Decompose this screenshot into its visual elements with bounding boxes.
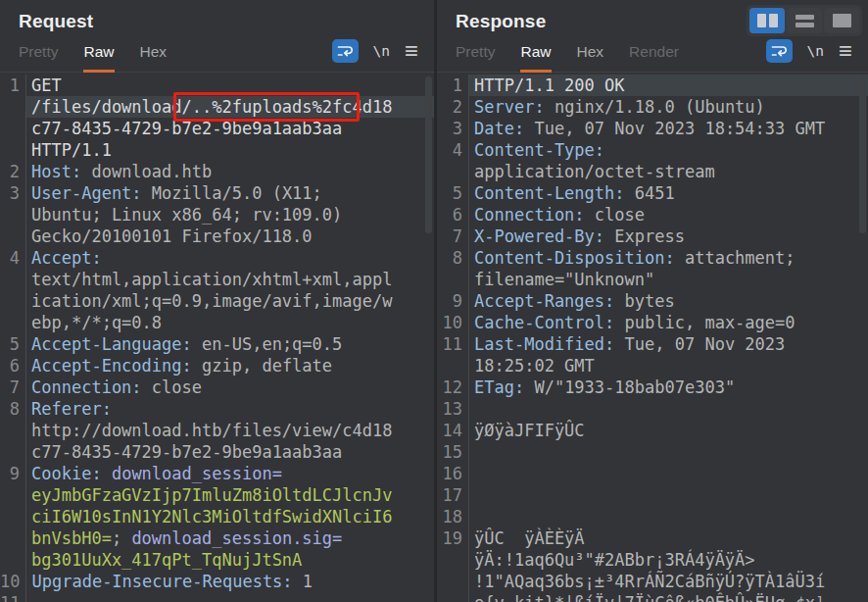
- line-number: [0, 204, 26, 226]
- line-number: [0, 312, 26, 333]
- editor-row: 16: [437, 463, 868, 484]
- response-editor[interactable]: 1HTTP/1.1 200 OK2Server: nginx/1.18.0 (U…: [437, 73, 868, 602]
- request-scrollbar-thumb[interactable]: [425, 76, 432, 233]
- code-segment: Accept-Language:: [31, 334, 192, 354]
- code-line: GET: [26, 75, 434, 96]
- code-line: [469, 506, 868, 527]
- line-number: [437, 571, 469, 592]
- editor-row: 5Content-Length: 6451: [437, 182, 868, 204]
- code-line: HTTP/1.1 200 OK: [469, 75, 868, 96]
- tab-raw[interactable]: Raw: [520, 43, 551, 73]
- code-line: Referer:: [26, 398, 434, 420]
- code-segment: Connection:: [474, 205, 585, 225]
- layout-rows-button[interactable]: [787, 8, 822, 33]
- editor-row: 14ÿØÿàJFIFÿÛC: [437, 420, 868, 441]
- code-line: ÿØÿàJFIFÿÛC: [469, 420, 868, 441]
- editor-row: ication/xml;q=0.9,image/avif,image/w: [0, 290, 434, 312]
- editor-row: c77-8435-4729-b7e2-9be9a1aab3aa: [0, 441, 434, 463]
- code-line: Connection: close: [26, 376, 434, 398]
- editor-row: 3User-Agent: Mozilla/5.0 (X11;: [0, 182, 434, 204]
- layout-single-icon: [833, 14, 851, 27]
- line-number: [0, 506, 26, 527]
- tab-pretty: Pretty: [456, 43, 495, 73]
- editor-row: ciI6W10sInN1Y2Nlc3MiOltdfSwidXNlciI6: [0, 506, 434, 527]
- layout-single-button[interactable]: [824, 8, 859, 33]
- code-line: Accept:: [26, 247, 434, 269]
- request-title: Request: [19, 11, 93, 32]
- line-number: 15: [437, 441, 469, 463]
- response-scrollbar-thumb[interactable]: [859, 76, 866, 233]
- code-line: c77-8435-4729-b7e2-9be9a1aab3aa: [26, 441, 434, 463]
- code-line: [469, 441, 868, 463]
- code-segment: Accept:: [31, 248, 102, 268]
- response-tabs: PrettyRawHexRender: [456, 43, 679, 73]
- code-segment: Express: [604, 226, 685, 246]
- code-line: ciI6W10sInN1Y2Nlc3MiOltdfSwidXNlciI6: [26, 506, 434, 527]
- code-line: Server: nginx/1.18.0 (Ubuntu): [469, 96, 868, 118]
- tab-raw[interactable]: Raw: [83, 43, 114, 73]
- code-segment: ciI6W10sInN1Y2Nlc3MiOltdfSwidXNlciI6: [31, 507, 392, 527]
- editor-row: filename="Unknown": [437, 269, 868, 290]
- code-segment: close: [142, 377, 202, 397]
- code-segment: HTTP/1.1 200 OK: [474, 75, 625, 95]
- code-segment: text/html,application/xhtml+xml,appl: [31, 270, 392, 289]
- editor-row: 17: [437, 484, 868, 506]
- line-number: 2: [437, 96, 469, 118]
- code-segment: ETag:: [474, 377, 524, 397]
- show-newlines-icon[interactable]: \n: [373, 43, 390, 59]
- code-line: Gecko/20100101 Firefox/118.0: [26, 226, 434, 247]
- line-number: [0, 290, 26, 312]
- tab-hex[interactable]: Hex: [577, 43, 604, 73]
- editor-row: 12ETag: W/"1933-18bab07e303": [437, 376, 868, 398]
- line-number: [437, 161, 469, 182]
- code-line: eyJmbGFzaGVzIjp7ImluZm8iOltdLCJlcnJv: [26, 484, 434, 506]
- editor-row: ÿÄ:!1aq6Qu³"#2ABbr¡3RÁ4ÿÄÿÄ>: [437, 549, 868, 571]
- hamburger-menu-icon[interactable]: ≡: [405, 43, 418, 59]
- line-number: 5: [0, 333, 26, 355]
- layout-rows-icon: [796, 23, 814, 27]
- code-line: c77-8435-4729-b7e2-9be9a1aab3aa: [26, 118, 434, 139]
- code-segment: [102, 464, 112, 483]
- code-line: [469, 463, 868, 484]
- wrap-lines-button[interactable]: [766, 39, 793, 63]
- code-segment: HTTP/1.1: [31, 140, 112, 160]
- code-line: text/html,application/xhtml+xml,appl: [26, 269, 434, 290]
- code-line: [26, 592, 434, 602]
- request-editor[interactable]: 1GET/files/download/..%2fuploads%2fc4d18…: [0, 73, 434, 602]
- code-segment: http://download.htb/files/view/c4d18: [31, 421, 392, 440]
- code-line: User-Agent: Mozilla/5.0 (X11;: [26, 182, 434, 204]
- code-segment: Tue, 07 Nov 2023 18:54:33 GMT: [524, 119, 825, 138]
- code-segment: download_session=: [112, 464, 282, 483]
- line-number: 14: [437, 420, 469, 441]
- code-segment: 6451: [625, 183, 675, 203]
- hamburger-menu-icon[interactable]: ≡: [839, 43, 852, 59]
- line-number: 1: [437, 75, 469, 96]
- code-line: 18:25:02 GMT: [469, 355, 868, 376]
- line-number: [0, 549, 26, 571]
- request-tabs: PrettyRawHex: [19, 43, 167, 73]
- layout-rows-icon: [796, 15, 814, 20]
- line-number: [437, 269, 469, 290]
- code-line: Upgrade-Insecure-Requests: 1: [26, 571, 434, 592]
- wrap-lines-button[interactable]: [332, 39, 359, 63]
- code-segment: Host:: [31, 162, 81, 181]
- code-segment: Date:: [474, 119, 524, 138]
- request-header: Request PrettyRawHex \n ≡: [0, 0, 434, 73]
- code-segment: ication/xml;q=0.9,image/avif,image/w: [31, 291, 392, 311]
- code-segment: GET: [31, 75, 62, 95]
- line-number: 4: [437, 139, 469, 161]
- code-segment: Gecko/20100101 Firefox/118.0: [31, 226, 313, 246]
- line-number: 5: [437, 182, 469, 204]
- show-newlines-icon[interactable]: \n: [807, 43, 824, 59]
- line-number: 17: [437, 484, 469, 506]
- code-segment: gzip, deflate: [192, 356, 332, 376]
- code-segment: ebp,*/*;q=0.8: [31, 313, 162, 332]
- layout-columns-button[interactable]: [749, 8, 785, 33]
- code-line: http://download.htb/files/view/c4d18: [26, 420, 434, 441]
- editor-row: Ubuntu; Linux x86_64; rv:109.0): [0, 204, 434, 226]
- code-segment: W/"1933-18bab07e303": [524, 377, 735, 397]
- code-line: ebp,*/*;q=0.8: [26, 312, 434, 333]
- tab-hex[interactable]: Hex: [140, 43, 168, 73]
- code-line: !1"AQaq36bs¡±³4RrÁÑ2CáBñÿÚ?ÿTÀ1âÜ3í: [469, 571, 868, 592]
- code-segment: 18:25:02 GMT: [474, 356, 595, 376]
